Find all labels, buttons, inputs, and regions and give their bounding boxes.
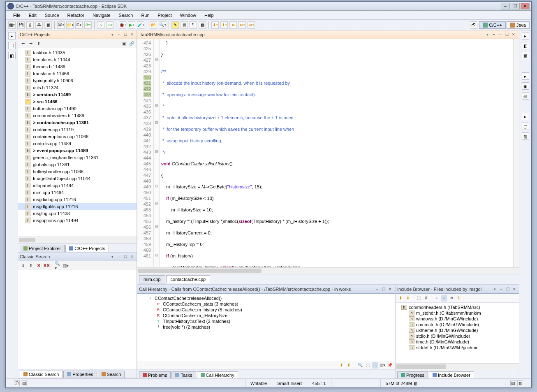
show-view-button[interactable]: ▤ [21,380,27,386]
img1-icon[interactable]: ▤ [510,380,516,386]
tab-tasks[interactable]: Tasks [171,371,196,378]
menu-search[interactable]: Search [115,12,137,19]
collapse-icon[interactable]: ▣ [120,40,127,47]
menu-project[interactable]: Project [154,12,176,19]
toggle-mark-button[interactable]: ✎ [171,21,179,29]
ed-max-icon[interactable]: ☐ [504,32,510,37]
link-icon[interactable]: 🔗 [128,40,135,47]
ch-history-icon[interactable]: ▤▾ [379,362,386,369]
cs-menu-icon[interactable]: ▾ [109,254,115,260]
refresh-button[interactable]: ⟳ [84,21,92,29]
project-item[interactable]: hgeneric_msghandlers.cpp 11361 [18,154,137,161]
fastview-icon[interactable]: ▸ [8,32,16,39]
step-button[interactable]: ↘ [97,21,104,29]
projects-tree[interactable]: htaskbar.h 11035htemplates.h 11044htheme… [18,48,137,237]
img2-icon[interactable]: ▥ [517,380,523,386]
project-item[interactable]: htypingnotify.h 10906 [18,77,137,84]
nav-fwd-icon[interactable]: ➡ [28,40,34,47]
menu-navigate[interactable]: Navigate [88,12,114,19]
tab-call-hierarchy[interactable]: Call Hierarchy [197,371,238,378]
tab-include-browser[interactable]: Include Browser [429,371,474,378]
ib-dd-icon[interactable]: ▾ [492,286,498,292]
ib-mode1-icon[interactable]: ▫ [433,295,440,302]
cs-min-icon[interactable]: – [116,254,122,260]
cs-removeall-icon[interactable]: ✖✖ [43,262,50,269]
rguide2-icon[interactable]: ▸ [522,72,529,80]
project-item[interactable]: hmsglog.cpp 11438 [18,210,137,217]
misc2-icon[interactable]: ▨ [522,132,529,140]
prev-ann-button[interactable]: ⬆ [220,21,228,29]
annotation-button[interactable]: ▦ [199,21,206,29]
call-hierarchy-item[interactable]: TTInputHistory::szText (2 matches) [139,318,393,324]
ch-min-icon[interactable]: – [374,286,380,292]
cs-close-icon[interactable]: ✕ [129,254,135,260]
ch-filter-icon[interactable]: 🔍 [357,362,363,369]
open-button[interactable]: 📂 [150,21,157,29]
project-item[interactable]: h> version.h 11489 [18,91,137,98]
debug-button[interactable]: 🐞 [119,21,126,29]
run-button[interactable]: ▶ [128,21,135,29]
project-item[interactable]: hcontrols.cpp 11489 [18,140,137,147]
overview-ruler[interactable] [513,39,519,267]
ch-callees-icon[interactable]: ⬚ [372,362,378,369]
save-all-button[interactable]: ⎙ [26,21,34,29]
print-button[interactable]: 🖶 [35,21,43,29]
outline-icon[interactable]: ◧ [8,52,16,59]
project-item[interactable]: h> eventpopups.cpp 11489 [18,147,137,154]
save-button[interactable]: 💾 [17,21,25,29]
open-type-button[interactable]: © [75,21,83,29]
ch-max-icon[interactable]: ☐ [381,286,387,292]
open-perspective-button[interactable]: 🗗 [470,21,477,29]
call-hierarchy-item[interactable]: RCContactCache::m_history (5 matches) [139,307,393,313]
outline2-icon[interactable]: ◧ [522,42,529,49]
menu-edit[interactable]: Edit [25,12,41,19]
profile-button[interactable]: 🧪 [137,21,144,29]
ib-mode3-icon[interactable]: ▫▾ [448,295,455,302]
project-item[interactable]: hutils.h 11324 [18,84,137,91]
new-class-button[interactable]: 🏛 [57,21,65,29]
tab-cpp-projects[interactable]: C/C++ Projects [65,245,109,252]
make-icon[interactable]: ▣ [522,82,529,90]
include-item[interactable]: hstdio.h (D:/MinGW/include) [397,333,517,339]
tab-search[interactable]: Search [98,371,125,378]
bookmark-icon[interactable]: 📑 [8,42,16,49]
rguide-icon[interactable]: ▸ [522,32,529,39]
project-item[interactable]: hmsgdlgutils.cpp 11216 [18,203,137,210]
code-editor[interactable]: 424 425 426 427 428 429 430 431 432 433 … [137,39,519,267]
project-item[interactable]: hImageDataObject.cpp 11044 [18,175,137,182]
ib-min-icon[interactable]: – [498,286,504,292]
project-item[interactable]: hcommonheaders.h 11489 [18,112,137,119]
call-hierarchy-item[interactable]: RCContactCache::m_stats (3 matches) [139,301,393,307]
menu-help[interactable]: Help [200,12,218,19]
targets-icon[interactable]: ◎ [522,92,529,100]
project-item[interactable]: htaskbar.h 11035 [18,49,137,56]
block-select-button[interactable]: ▤ [181,21,188,29]
include-item[interactable]: hcommonheaders.h (/TabSRMM/src) [397,304,517,310]
gc-icon[interactable]: 🗑 [413,381,418,386]
nav-back-icon[interactable]: ⬅ [20,40,26,47]
new-button[interactable]: ▦ [8,21,16,29]
minimize-button[interactable]: – [501,3,510,9]
project-item[interactable]: hhotkeyhandler.cpp 11068 [18,168,137,175]
project-item[interactable]: htranslator.h 11466 [18,70,137,77]
nav-up-icon[interactable]: ⬆ [35,40,42,47]
ed-min-icon[interactable]: – [498,32,503,37]
include-item[interactable]: huxtheme.h (D:/MinGW/include) [397,327,517,333]
skip-button[interactable]: ⤼ [106,21,113,29]
tab-classic-search[interactable]: Classic Search [20,371,62,378]
project-item[interactable]: hcontaineroptions.cpp 11068 [18,133,137,140]
tab-problems[interactable]: Problems [139,371,171,378]
close-view-icon[interactable]: ✕ [129,32,135,37]
ch-next-icon[interactable]: ⬇ [338,362,345,369]
fwd-hist-button[interactable]: ➡ [248,21,255,29]
rguide3-icon[interactable]: ▸ [522,113,529,120]
ch-close-icon[interactable]: ✕ [387,286,393,292]
cs-remove-icon[interactable]: ✖ [35,262,42,269]
ib-out-icon[interactable]: ⬚ [415,295,422,302]
back-hist-button[interactable]: ⬅ [238,21,246,29]
ch-pin-icon[interactable]: 📌 [387,362,393,369]
editor-hscroll[interactable] [137,267,519,274]
include-browser-tree[interactable]: hcommonheaders.h (/TabSRMM/src)hm_stdhdr… [396,303,519,363]
misc1-icon[interactable]: ▢ [522,123,529,130]
menu-window[interactable]: Window [176,12,200,19]
